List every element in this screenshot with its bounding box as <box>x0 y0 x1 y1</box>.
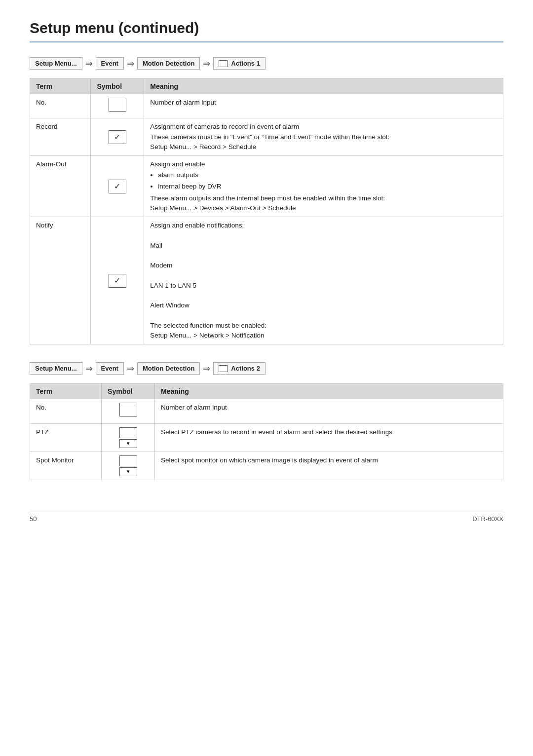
nav-arrow-2a: ⇒ <box>85 363 93 374</box>
symbol-box-no-2 <box>119 403 137 416</box>
footer-model: DTR-60XX <box>472 515 503 523</box>
term-notify: Notify <box>30 217 91 344</box>
term-record: Record <box>30 118 91 156</box>
nav-actions-2-label: Actions 2 <box>231 365 260 372</box>
nav-motion-detection-2: Motion Detection <box>137 362 200 375</box>
symbol-alarm-out: ✓ <box>91 156 144 217</box>
checkmark-alarm-out: ✓ <box>114 181 120 192</box>
checkmark-notify: ✓ <box>114 275 120 287</box>
table-row: No. Number of alarm input <box>30 399 503 423</box>
nav-bar-section2: Setup Menu... ⇒ Event ⇒ Motion Detection… <box>30 362 503 375</box>
col-header-symbol-1: Symbol <box>91 79 144 94</box>
symbol-notify: ✓ <box>91 217 144 344</box>
symbol-box-no-1 <box>109 98 126 112</box>
dropdown-box-bottom-ptz: ▼ <box>119 439 137 448</box>
page-icon-2 <box>219 365 228 372</box>
col-header-symbol-2: Symbol <box>102 384 155 399</box>
meaning-no-1: Number of alarm input <box>144 94 503 118</box>
nav-motion-detection-1: Motion Detection <box>137 57 200 70</box>
symbol-dropdown-ptz: ▼ <box>108 427 149 448</box>
bullet-internal-beep: internal beep by DVR <box>158 182 497 191</box>
dropdown-box-bottom-spot: ▼ <box>119 467 137 476</box>
meaning-alarm-out: Assign and enable alarm outputs internal… <box>144 156 503 217</box>
symbol-dropdown-spot-monitor: ▼ <box>108 455 149 476</box>
symbol-ptz: ▼ <box>102 423 155 452</box>
symbol-box-notify: ✓ <box>109 274 126 288</box>
term-no-1: No. <box>30 94 91 118</box>
term-alarm-out: Alarm-Out <box>30 156 91 217</box>
meaning-record: Assignment of cameras to record in event… <box>144 118 503 156</box>
table-row: No. Number of alarm input <box>30 94 503 118</box>
nav-arrow-1c: ⇒ <box>203 58 210 69</box>
checkmark-record: ✓ <box>114 131 120 143</box>
symbol-spot-monitor: ▼ <box>102 452 155 480</box>
table-row: Alarm-Out ✓ Assign and enable alarm outp… <box>30 156 503 217</box>
symbol-record: ✓ <box>91 118 144 156</box>
nav-arrow-1a: ⇒ <box>85 58 93 69</box>
nav-actions-1: Actions 1 <box>213 57 266 70</box>
meaning-notify: Assign and enable notifications: Mail Mo… <box>144 217 503 344</box>
nav-bar-section1: Setup Menu... ⇒ Event ⇒ Motion Detection… <box>30 57 503 70</box>
table-section1: Term Symbol Meaning No. Number of alarm … <box>30 78 503 344</box>
term-ptz: PTZ <box>30 423 102 452</box>
nav-event-1: Event <box>96 57 124 70</box>
nav-setup-menu-2: Setup Menu... <box>30 362 82 375</box>
nav-event-2: Event <box>96 362 124 375</box>
col-header-term-2: Term <box>30 384 102 399</box>
bullet-alarm-outputs: alarm outputs <box>158 170 497 180</box>
nav-arrow-2c: ⇒ <box>203 363 210 374</box>
symbol-no-2 <box>102 399 155 423</box>
table-row: PTZ ▼ Select PTZ cameras to record in ev… <box>30 423 503 452</box>
page-footer: 50 DTR-60XX <box>30 510 503 523</box>
nav-setup-menu-1: Setup Menu... <box>30 57 82 70</box>
col-header-meaning-2: Meaning <box>155 384 503 399</box>
term-spot-monitor: Spot Monitor <box>30 452 102 480</box>
symbol-box-record: ✓ <box>109 130 126 144</box>
dropdown-box-top-ptz <box>119 427 137 438</box>
page-title: Setup menu (continued) <box>30 20 503 42</box>
meaning-no-2: Number of alarm input <box>155 399 503 423</box>
meaning-spot-monitor: Select spot monitor on which camera imag… <box>155 452 503 480</box>
table-row: Spot Monitor ▼ Select spot monitor on wh… <box>30 452 503 480</box>
nav-arrow-1b: ⇒ <box>127 58 134 69</box>
nav-actions-2: Actions 2 <box>213 362 266 375</box>
symbol-box-alarm-out: ✓ <box>109 180 126 193</box>
nav-actions-1-label: Actions 1 <box>231 60 260 67</box>
meaning-ptz: Select PTZ cameras to record in event of… <box>155 423 503 452</box>
page-icon-1 <box>219 60 228 67</box>
term-no-2: No. <box>30 399 102 423</box>
nav-arrow-2b: ⇒ <box>127 363 134 374</box>
symbol-no-1 <box>91 94 144 118</box>
col-header-meaning-1: Meaning <box>144 79 503 94</box>
footer-page-number: 50 <box>30 515 37 523</box>
dropdown-box-top-spot <box>119 455 137 466</box>
table-section2: Term Symbol Meaning No. Number of alarm … <box>30 383 503 480</box>
alarm-out-bullets: alarm outputs internal beep by DVR <box>158 170 497 191</box>
col-header-term-1: Term <box>30 79 91 94</box>
table-row: Notify ✓ Assign and enable notifications… <box>30 217 503 344</box>
table-row: Record ✓ Assignment of cameras to record… <box>30 118 503 156</box>
